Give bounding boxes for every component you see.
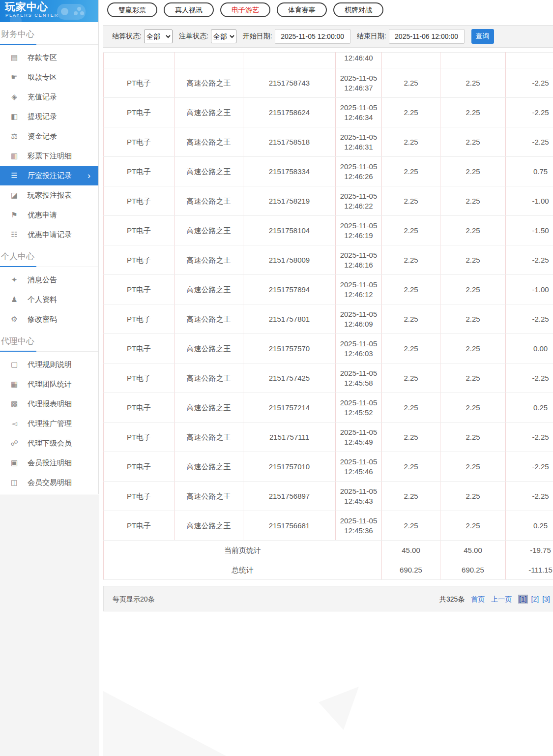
game-category-tabs: 雙赢彩票真人视讯电子游艺体育赛事棋牌对战 [103,0,553,25]
sidebar-item-label: 会员交易明细 [28,478,72,487]
prev-page-link[interactable]: 上一页 [491,595,512,603]
valid-bet-cell: 2.25 [440,511,506,541]
bet-amount-cell: 2.25 [382,127,440,157]
platform-cell: PT电子 [104,216,175,245]
order-no-cell: 2151757425 [243,363,336,393]
table-row: PT电子高速公路之王21517580092025-11-0512:46:162.… [104,245,553,275]
sidebar-item[interactable]: ▦代理团队统计 [0,374,98,394]
sidebar-item-label: 优惠申请记录 [28,230,72,240]
win-loss-cell: -2.25 [506,245,553,275]
sidebar-item-label: 优惠申请 [28,211,57,220]
withdraw-icon: ☛ [9,73,19,82]
order-no-cell: 2151758219 [243,186,336,216]
sidebar-item[interactable]: ◈充值记录 [0,87,98,107]
settle-status-select[interactable]: 全部 [144,30,173,43]
game-tab[interactable]: 体育赛事 [277,2,327,17]
valid-bet-cell: 2.25 [440,68,506,98]
sidebar-item-label: 代理下级会员 [28,439,72,448]
sidebar-item[interactable]: ⚙修改密码 [0,309,98,329]
sidebar-item[interactable]: ▥彩票下注明细 [0,146,98,166]
order-no-cell: 2151757111 [243,423,336,452]
announcement-bell-icon: ✦ [9,275,19,284]
win-loss-cell: 0.25 [506,393,553,423]
bet-amount-cell: 2.25 [382,423,440,452]
deposit-icon: ▤ [9,53,19,62]
sidebar-item[interactable]: ◪玩家投注报表 [0,185,98,205]
bet-time-cell: 2025-11-0512:46:22 [336,186,382,216]
bet-time-cell: 12:46:40 [336,53,382,68]
valid-bet-cell: 2.25 [440,482,506,511]
decor-triangle-mid [319,687,359,730]
search-button[interactable]: 查询 [471,29,494,44]
bet-time-cell: 2025-11-0512:45:58 [336,363,382,393]
table-row: PT电子高速公路之王21517571112025-11-0512:45:492.… [104,423,553,452]
sidebar-item[interactable]: ▣会员投注明细 [0,453,98,473]
sidebar-item[interactable]: ☷优惠申请记录 [0,225,98,244]
sidebar-item[interactable]: ♟个人资料 [0,290,98,309]
agent-team-stats-icon: ▦ [9,380,19,389]
sidebar-item[interactable]: ◧提现记录 [0,107,98,126]
order-status-label: 注单状态: [179,32,208,41]
page-stats-valid: 45.00 [440,541,506,560]
order-no-cell: 2151758624 [243,98,336,127]
win-loss-cell [506,53,553,68]
agent-report-icon: ▩ [9,399,19,408]
bet-time-cell: 2025-11-0512:45:52 [336,393,382,423]
game-name-cell [175,53,243,68]
order-no-cell: 2151758009 [243,245,336,275]
sidebar: 玩家中心 PLAYERS CENTER 财务中心▤存款专区☛取款专区◈充值记录◧… [0,0,99,494]
win-loss-cell: 0.75 [506,157,553,186]
first-page-link[interactable]: 首页 [471,595,485,603]
win-loss-cell: -2.25 [506,452,553,482]
order-status-select[interactable]: 全部 [211,30,236,43]
game-tab[interactable]: 电子游艺 [220,2,270,17]
sidebar-item[interactable]: ☛取款专区 [0,67,98,87]
table-row: PT电子高速公路之王21517575702025-11-0512:46:032.… [104,334,553,363]
section-heading: 财务中心 [0,22,98,45]
sidebar-item[interactable]: ☍代理下级会员 [0,433,98,453]
sidebar-item[interactable]: ✦消息公告 [0,270,98,290]
page-link-current[interactable]: [1] [518,595,528,604]
valid-bet-cell: 2.25 [440,127,506,157]
bet-amount-cell: 2.25 [382,98,440,127]
table-row: PT电子高速公路之王21517585182025-11-0512:46:312.… [104,127,553,157]
sidebar-item[interactable]: ◅代理推广管理 [0,414,98,433]
platform-cell [104,53,175,68]
game-name-cell: 高速公路之王 [175,304,243,334]
platform-cell: PT电子 [104,98,175,127]
sidebar-item[interactable]: ▢代理规则说明 [0,355,98,374]
sidebar-item[interactable]: ▩代理报表明细 [0,394,98,414]
sidebar-item[interactable]: ☰厅室投注记录› [0,166,98,185]
table-row: PT电子高速公路之王21517581042025-11-0512:46:192.… [104,216,553,245]
win-loss-cell: -2.25 [506,363,553,393]
platform-cell: PT电子 [104,393,175,423]
page-link[interactable]: [3] [542,595,550,603]
profile-person-icon: ♟ [9,295,19,304]
bet-time-cell: 2025-11-0512:46:26 [336,157,382,186]
platform-cell: PT电子 [104,186,175,216]
end-date-input[interactable] [389,29,465,44]
sidebar-item-label: 提现记录 [28,112,57,121]
order-no-cell: 2151758518 [243,127,336,157]
game-tab[interactable]: 棋牌对战 [333,2,383,17]
bet-time-cell: 2025-11-0512:46:34 [336,98,382,127]
win-loss-cell: -2.25 [506,68,553,98]
pagination-bar: 每页显示20条 共325条 首页 上一页 [1][2][3][4][5]...[… [103,586,553,611]
withdrawal-records-icon: ◧ [9,112,19,121]
start-date-input[interactable] [275,29,350,44]
sidebar-item[interactable]: ⚖资金记录 [0,126,98,146]
main-content: 雙赢彩票真人视讯电子游艺体育赛事棋牌对战 结算状态: 全部 注单状态: 全部 开… [103,0,553,611]
bet-time-cell: 2025-11-0512:46:03 [336,334,382,363]
valid-bet-cell: 2.25 [440,216,506,245]
funds-records-icon: ⚖ [9,132,19,141]
page-link[interactable]: [2] [531,595,539,603]
game-name-cell: 高速公路之王 [175,275,243,304]
sidebar-item[interactable]: ◫会员交易明细 [0,473,98,492]
sidebar-item[interactable]: ▤存款专区 [0,48,98,67]
game-tab[interactable]: 真人视讯 [164,2,214,17]
page-number-links: [1][2][3][4][5]...[17] [518,595,553,603]
page-stats-label: 当前页统计 [104,541,382,560]
table-row: PT电子高速公路之王21517583342025-11-0512:46:262.… [104,157,553,186]
sidebar-item[interactable]: ⚑优惠申请 [0,205,98,225]
game-tab[interactable]: 雙赢彩票 [107,2,157,17]
